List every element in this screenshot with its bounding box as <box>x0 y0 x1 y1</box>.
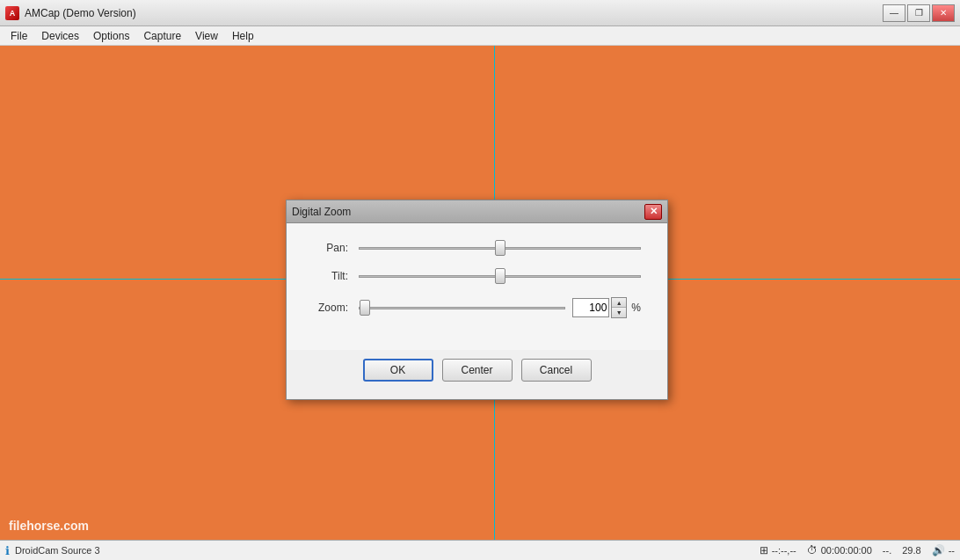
clock-icon: ⏱ <box>807 544 818 556</box>
restore-button[interactable]: ❐ <box>907 4 930 22</box>
tilt-label: Tilt: <box>313 270 348 282</box>
menu-bar: File Devices Options Capture View Help <box>0 26 960 46</box>
watermark: filehorse.com <box>9 519 89 533</box>
title-bar-left: A AMCap (Demo Version) <box>5 6 136 20</box>
minimize-button[interactable]: — <box>883 4 905 22</box>
dash-sep: --. <box>883 545 891 556</box>
device-name: DroidCam Source 3 <box>15 545 754 556</box>
volume-segment: 🔊 -- <box>932 544 955 556</box>
watermark-suffix: .com <box>60 519 89 533</box>
dialog-titlebar: Digital Zoom ✕ <box>287 200 667 223</box>
pan-slider-track <box>359 241 641 255</box>
close-button[interactable]: ✕ <box>932 4 955 22</box>
zoom-label: Zoom: <box>313 302 348 314</box>
tilt-slider[interactable] <box>359 275 641 278</box>
menu-options[interactable]: Options <box>86 28 136 44</box>
zoom-up-button[interactable]: ▲ <box>612 298 626 308</box>
resolution-value: --:--,-- <box>772 545 796 556</box>
viewport: filehorse.com Digital Zoom ✕ Pan: Tilt: <box>0 46 960 540</box>
center-button[interactable]: Center <box>442 359 513 382</box>
title-bar: A AMCap (Demo Version) — ❐ ✕ <box>0 0 960 26</box>
ok-button[interactable]: OK <box>363 359 433 382</box>
volume-level: -- <box>949 545 955 556</box>
volume-icon: 🔊 <box>932 544 945 556</box>
menu-devices[interactable]: Devices <box>34 28 86 44</box>
cancel-button[interactable]: Cancel <box>521 359 592 382</box>
zoom-slider[interactable] <box>359 307 565 309</box>
title-controls: — ❐ ✕ <box>883 4 955 22</box>
tilt-slider-track <box>359 269 641 283</box>
info-icon: ℹ <box>5 544 10 557</box>
fps-value: 29.8 <box>902 545 920 556</box>
menu-help[interactable]: Help <box>225 28 261 44</box>
digital-zoom-dialog: Digital Zoom ✕ Pan: Tilt: Zoom: <box>286 200 668 400</box>
status-right: ⊞ --:--,-- ⏱ 00:00:00:00 --. 29.8 🔊 -- <box>760 544 955 556</box>
zoom-slider-track <box>359 301 565 315</box>
recording-time: 00:00:00:00 <box>821 545 872 556</box>
fps-value-segment: 29.8 <box>902 545 920 556</box>
zoom-input[interactable] <box>572 298 609 317</box>
dialog-title: Digital Zoom <box>292 206 351 218</box>
resolution-segment: ⊞ --:--,-- <box>760 544 796 556</box>
zoom-percent-label: % <box>631 302 641 314</box>
fps-segment: --. <box>883 545 891 556</box>
zoom-row: Zoom: ▲ ▼ % <box>313 297 641 318</box>
pan-slider[interactable] <box>359 247 641 250</box>
menu-file[interactable]: File <box>4 28 34 44</box>
dialog-content: Pan: Tilt: Zoom: <box>287 223 667 350</box>
status-bar: ℹ DroidCam Source 3 ⊞ --:--,-- ⏱ 00:00:0… <box>0 540 960 560</box>
watermark-prefix: filehorse <box>9 519 60 533</box>
resolution-icon: ⊞ <box>760 544 768 556</box>
app-icon: A <box>5 6 19 20</box>
dialog-close-button[interactable]: ✕ <box>644 204 662 220</box>
zoom-down-button[interactable]: ▼ <box>612 308 626 317</box>
zoom-value-wrapper: ▲ ▼ % <box>572 297 641 318</box>
time-segment: ⏱ 00:00:00:00 <box>807 544 872 556</box>
title-text: AMCap (Demo Version) <box>25 7 136 19</box>
menu-view[interactable]: View <box>188 28 225 44</box>
zoom-spinners: ▲ ▼ <box>611 297 627 318</box>
dialog-buttons: OK Center Cancel <box>287 350 667 399</box>
pan-row: Pan: <box>313 241 641 255</box>
menu-capture[interactable]: Capture <box>136 28 188 44</box>
pan-label: Pan: <box>313 242 348 254</box>
tilt-row: Tilt: <box>313 269 641 283</box>
